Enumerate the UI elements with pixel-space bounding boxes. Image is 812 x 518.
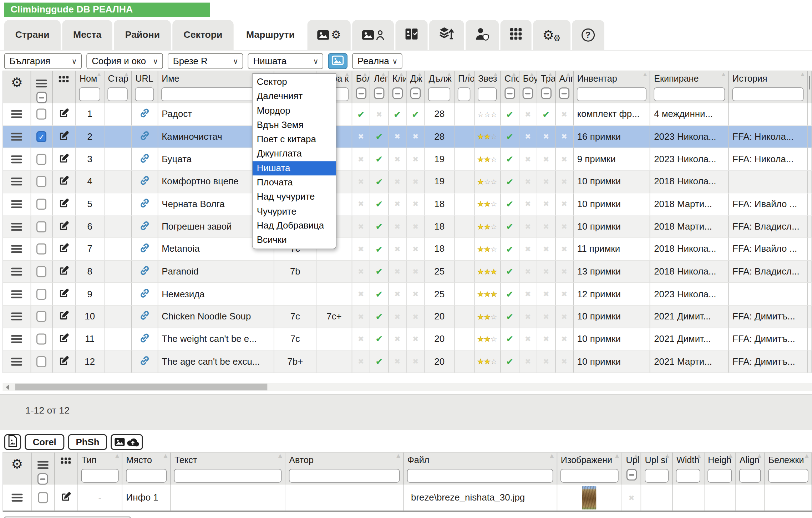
db-select[interactable]: Реална ∨ [352,53,402,69]
filter-input-image[interactable] [560,469,618,482]
row-checkbox[interactable] [37,199,47,210]
sort-arrow-icon[interactable]: ▲ [162,453,169,459]
link-icon[interactable] [138,265,151,279]
edit-icon[interactable] [59,220,70,233]
filter-input-length[interactable] [428,87,451,101]
link-icon[interactable] [138,130,151,144]
tab-Маршрути[interactable]: Маршрути [235,20,306,50]
rows-menu-icon[interactable] [36,78,47,89]
edit-icon[interactable] [59,332,70,345]
phsh-button[interactable]: PhSh [68,434,107,450]
tab-apps-grid[interactable] [500,20,531,50]
country-select[interactable]: България ∨ [4,53,82,69]
filter-input-text[interactable] [174,469,281,482]
tab-images-user[interactable] [352,20,394,50]
sort-arrow-icon[interactable]: ▲ [565,71,572,78]
row-menu-icon[interactable] [11,333,22,344]
tab-Места[interactable]: Места [62,20,112,50]
edit-icon[interactable] [59,242,70,256]
edit-icon[interactable] [59,355,70,368]
filter-input-heigh[interactable] [708,469,732,482]
place-select[interactable]: София и око ∨ [86,53,163,69]
row-menu-icon[interactable] [11,109,22,120]
rows-menu-icon[interactable] [37,460,49,471]
dropdown-option[interactable]: Мордор [253,104,336,118]
row-checkbox[interactable] [37,131,47,142]
filter-input-cut[interactable] [809,76,810,89]
sector-select[interactable]: Нишата ∨ [248,53,323,69]
grid-columns-icon[interactable] [61,457,71,464]
row-checkbox[interactable] [37,221,47,232]
row-menu-icon[interactable] [11,243,22,255]
sort-arrow-icon[interactable]: ▲ [511,71,517,78]
tab-Сектори[interactable]: Сектори [173,20,234,50]
filter-input-place[interactable] [126,469,167,482]
sort-arrow-icon[interactable]: ▲ [696,453,702,459]
link-icon[interactable] [138,309,151,324]
scroll-left-button[interactable] [4,384,11,390]
sort-arrow-icon[interactable]: ▲ [800,71,806,78]
row-menu-icon[interactable] [11,131,22,142]
sort-arrow-icon[interactable]: ▲ [720,71,727,78]
sort-arrow-icon[interactable]: ▲ [417,71,423,78]
filter-input-stars[interactable] [478,87,497,101]
filter-minus-checkbox-leg[interactable] [374,87,385,99]
row-menu-icon[interactable] [11,311,22,322]
sort-arrow-icon[interactable]: ▲ [123,71,130,78]
sort-arrow-icon[interactable]: ▲ [756,453,763,459]
horizontal-scrollbar[interactable] [2,383,812,391]
link-icon[interactable] [138,220,151,234]
link-icon[interactable] [138,152,151,166]
tab-help[interactable]: ? [572,20,604,50]
row-menu-icon[interactable] [11,154,22,165]
sort-arrow-icon[interactable]: ▲ [633,453,639,459]
filter-minus-checkbox-kli[interactable] [392,87,403,99]
edit-icon[interactable] [59,153,70,166]
edit-icon[interactable] [59,310,70,323]
dropdown-option[interactable]: Всички [253,233,336,247]
sort-arrow-icon[interactable]: ▲ [614,453,620,459]
tab-user-shield[interactable] [466,20,499,50]
settings-gear-icon[interactable]: ⚙ [11,76,23,89]
filter-minus-checkbox-bol[interactable] [356,87,366,99]
edit-icon[interactable] [59,287,70,301]
sort-arrow-icon[interactable]: ▲ [664,453,671,459]
row-menu-icon[interactable] [11,176,22,187]
row-menu-icon[interactable] [11,288,22,299]
filter-input-notes[interactable] [768,469,808,482]
photo-thumbnail[interactable] [582,486,597,509]
grid-columns-icon[interactable] [59,76,70,83]
sort-arrow-icon[interactable]: ▲ [549,453,555,459]
link-icon[interactable] [138,197,151,211]
dropdown-option[interactable]: Над чучурите [253,190,336,204]
filter-input-upl-si[interactable] [645,469,669,482]
sort-arrow-icon[interactable]: ▲ [642,71,648,78]
filter-minus-checkbox-dzh[interactable] [410,87,421,99]
edit-icon[interactable] [59,108,70,121]
edit-icon[interactable] [59,175,70,188]
edit-icon[interactable] [59,130,70,143]
link-icon[interactable] [138,175,151,189]
filter-input-author[interactable] [289,469,400,482]
row-checkbox[interactable] [37,311,47,322]
filter-input-width[interactable] [676,469,700,482]
filter-input-file[interactable] [407,469,553,482]
scrollbar-thumb[interactable] [15,384,267,390]
filter-input-url[interactable] [135,87,154,101]
sort-arrow-icon[interactable]: ▲ [398,71,405,78]
row-checkbox[interactable] [37,176,47,187]
filter-input-plo[interactable] [458,87,470,101]
row-checkbox[interactable] [37,288,47,299]
sort-arrow-icon[interactable]: ▲ [529,71,535,78]
select-all-minus-checkbox[interactable] [37,473,48,485]
link-icon[interactable] [138,107,151,121]
file-image-button[interactable] [4,434,21,450]
tab-images-settings[interactable]: ⚙ [307,20,350,50]
filter-input-align[interactable] [739,469,761,482]
dropdown-option[interactable]: Над Добравица [253,219,336,233]
edit-icon[interactable] [59,265,70,278]
row-checkbox[interactable] [37,243,47,255]
link-icon[interactable] [138,287,151,301]
filter-minus-checkbox-upl[interactable] [626,469,637,481]
sort-arrow-icon[interactable]: ▲ [804,453,810,459]
